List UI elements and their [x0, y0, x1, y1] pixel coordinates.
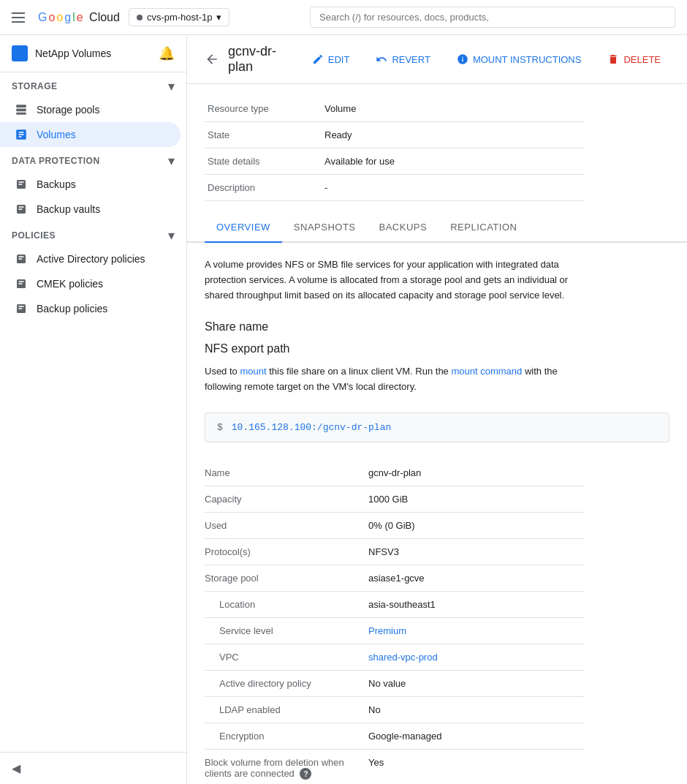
- tab-content-overview: A volume provides NFS or SMB file servic…: [187, 243, 687, 784]
- detail-capacity-value: 1000 GiB: [365, 486, 585, 512]
- help-icon[interactable]: ?: [300, 768, 311, 780]
- sidebar-item-volumes[interactable]: Volumes: [0, 122, 181, 147]
- edit-button[interactable]: EDIT: [303, 49, 359, 69]
- mount-instructions-button[interactable]: MOUNT INSTRUCTIONS: [448, 49, 591, 69]
- detail-storage-pool-label: Storage pool: [205, 565, 365, 591]
- tab-overview[interactable]: OVERVIEW: [205, 213, 282, 241]
- detail-used-row: Used 0% (0 GiB): [205, 512, 585, 538]
- data-protection-chevron-icon: ▾: [168, 153, 175, 169]
- search-input[interactable]: [310, 7, 675, 28]
- code-command: 10.165.128.100:/gcnv-dr-plan: [232, 422, 391, 433]
- svg-rect-6: [18, 136, 22, 137]
- project-icon: [137, 15, 143, 20]
- detail-name-label: Name: [205, 460, 365, 486]
- svg-rect-1: [16, 109, 26, 112]
- svg-rect-11: [18, 206, 24, 208]
- revert-button[interactable]: REVERT: [367, 49, 439, 69]
- dollar-sign: $: [217, 422, 223, 433]
- chevron-down-icon: ▾: [216, 12, 221, 23]
- svg-rect-15: [18, 258, 22, 260]
- state-value: Ready: [322, 122, 585, 148]
- mount-cmd-link[interactable]: mount command: [451, 366, 522, 377]
- detail-service-level-row: Service level Premium: [205, 617, 585, 644]
- topbar: Google Cloud cvs-pm-host-1p ▾: [0, 0, 687, 35]
- sidebar-collapse-button[interactable]: ◀: [0, 752, 186, 784]
- detail-used-value: 0% (0 GiB): [365, 512, 585, 538]
- detail-block-deletion-label: Block volume from deletion when clients …: [205, 749, 365, 784]
- storage-section-label: Storage: [12, 81, 58, 91]
- google-logo: Google Cloud: [38, 11, 120, 24]
- svg-rect-18: [18, 283, 22, 284]
- sidebar-item-backup-policies[interactable]: Backup policies: [0, 296, 181, 321]
- sidebar: NetApp Volumes 🔔 Storage ▾ Storage pools: [0, 35, 187, 784]
- bell-icon[interactable]: 🔔: [159, 45, 175, 61]
- resource-type-value: Volume: [322, 96, 585, 122]
- svg-rect-9: [18, 184, 22, 185]
- svg-rect-2: [16, 113, 26, 115]
- netapp-icon: [12, 45, 28, 61]
- data-protection-section-header[interactable]: Data protection ▾: [0, 147, 186, 172]
- storage-pools-icon: [15, 103, 28, 116]
- tab-snapshots[interactable]: SNAPSHOTS: [282, 213, 368, 241]
- back-button[interactable]: [205, 52, 219, 67]
- detail-vpc-label: VPC: [205, 644, 365, 670]
- detail-ldap-value: No: [365, 696, 585, 723]
- content-header: gcnv-dr-plan EDIT REVERT MOUNT INSTRUCTI…: [187, 35, 687, 84]
- volumes-icon: [15, 128, 28, 141]
- detail-location-row: Location asia-southeast1: [205, 591, 585, 617]
- detail-ldap-row: LDAP enabled No: [205, 696, 585, 723]
- detail-service-level-label: Service level: [205, 617, 365, 644]
- mount-link[interactable]: mount: [240, 366, 266, 377]
- svg-rect-17: [18, 281, 24, 282]
- code-block: $ 10.165.128.100:/gcnv-dr-plan: [205, 412, 669, 442]
- active-directory-icon: [15, 252, 28, 265]
- policies-section-header[interactable]: Policies ▾: [0, 222, 186, 246]
- project-name: cvs-pm-host-1p: [147, 12, 213, 23]
- data-protection-items: Backups Backup vaults: [0, 172, 186, 222]
- state-details-value: Available for use: [322, 148, 585, 175]
- svg-rect-4: [18, 132, 24, 133]
- detail-block-deletion-value: Yes: [365, 749, 585, 784]
- menu-icon[interactable]: [12, 9, 29, 26]
- detail-ldap-label: LDAP enabled: [205, 696, 365, 723]
- detail-capacity-row: Capacity 1000 GiB: [205, 486, 585, 512]
- detail-vpc-row: VPC shared-vpc-prod: [205, 644, 585, 670]
- sidebar-item-active-directory[interactable]: Active Directory policies: [0, 246, 181, 271]
- sidebar-item-cmek[interactable]: CMEK policies: [0, 271, 181, 296]
- content-area: gcnv-dr-plan EDIT REVERT MOUNT INSTRUCTI…: [187, 35, 687, 784]
- storage-chevron-icon: ▾: [168, 78, 175, 94]
- tab-replication[interactable]: REPLICATION: [439, 213, 528, 241]
- detail-block-deletion-row: Block volume from deletion when clients …: [205, 749, 585, 784]
- sidebar-header: NetApp Volumes 🔔: [0, 35, 186, 72]
- backup-vaults-icon: [15, 203, 28, 216]
- share-name-heading: Share name: [205, 320, 669, 333]
- sidebar-item-backup-vaults[interactable]: Backup vaults: [0, 197, 181, 222]
- delete-button[interactable]: DELETE: [599, 49, 669, 69]
- sidebar-label-backup-vaults: Backup vaults: [37, 203, 100, 215]
- svg-rect-8: [18, 181, 24, 183]
- sidebar-item-storage-pools[interactable]: Storage pools: [0, 97, 181, 122]
- sidebar-label-storage-pools: Storage pools: [37, 104, 99, 116]
- detail-capacity-label: Capacity: [205, 486, 365, 512]
- state-details-row: State details Available for use: [205, 148, 585, 175]
- detail-vpc-value[interactable]: shared-vpc-prod: [365, 644, 585, 670]
- sidebar-item-backups[interactable]: Backups: [0, 172, 181, 197]
- details-table: Name gcnv-dr-plan Capacity 1000 GiB Used…: [205, 460, 585, 784]
- tab-backups[interactable]: BACKUPS: [368, 213, 439, 241]
- storage-section-header[interactable]: Storage ▾: [0, 72, 186, 97]
- sidebar-label-active-directory: Active Directory policies: [37, 253, 145, 265]
- resource-info-table: Resource type Volume State Ready State d…: [205, 96, 585, 201]
- delete-label: DELETE: [623, 54, 661, 65]
- cmek-icon: [15, 277, 28, 290]
- project-selector[interactable]: cvs-pm-host-1p ▾: [129, 8, 230, 26]
- policies-label: Policies: [12, 230, 56, 241]
- tabs: OVERVIEW SNAPSHOTS BACKUPS REPLICATION: [187, 213, 687, 243]
- resource-type-row: Resource type Volume: [205, 96, 585, 122]
- sidebar-label-cmek: CMEK policies: [37, 278, 103, 290]
- backup-policies-icon: [15, 302, 28, 315]
- detail-name-row: Name gcnv-dr-plan: [205, 460, 585, 486]
- detail-encryption-value: Google-managed: [365, 723, 585, 749]
- description-row: Description -: [205, 175, 585, 201]
- state-label: State: [205, 122, 322, 148]
- detail-location-label: Location: [205, 591, 365, 617]
